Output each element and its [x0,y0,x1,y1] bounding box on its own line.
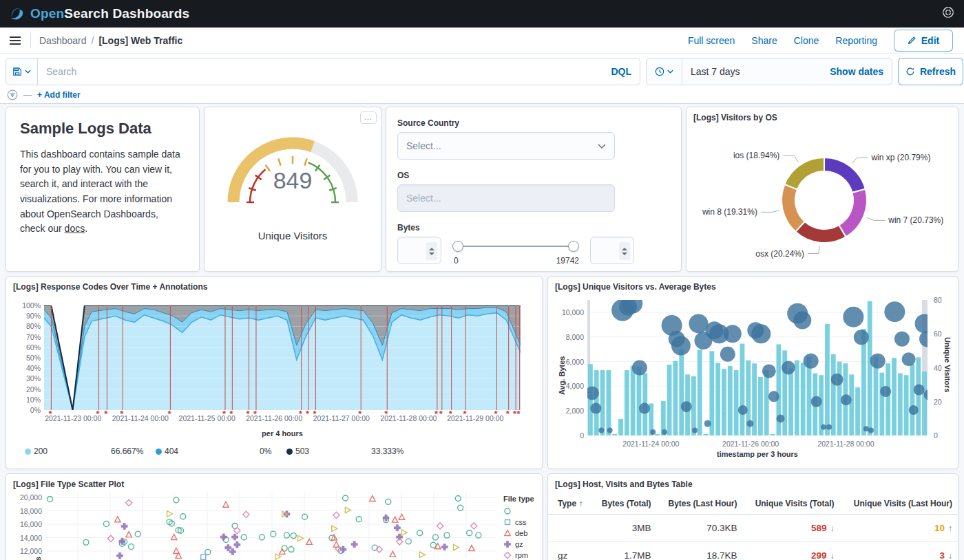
response-codes-plot[interactable] [44,305,521,410]
annotation-asterisk: * [229,409,233,419]
column-header-bytes-total-[interactable]: Bytes (Total) [591,492,657,515]
bytes-min-input[interactable] [397,237,441,264]
breadcrumb-dashboard[interactable]: Dashboard [39,35,87,46]
right-tick-label: 40 [934,364,942,372]
number-stepper[interactable] [426,242,437,260]
visitors-vs-bytes-chart[interactable] [587,300,928,435]
annotation-asterisk: * [247,409,250,419]
legend-item[interactable]: css [503,517,534,528]
svg-text:win xp (20.79%): win xp (20.79%) [870,153,930,162]
column-header-type[interactable]: Type ↑ [548,492,591,515]
left-tick-label: 10,000 [555,308,584,316]
column-header-unique-visits-total-[interactable]: Unique Visits (Total) [743,492,840,515]
legend-item[interactable]: deb [503,528,534,539]
left-axis-title: Avg. Bytes [558,356,566,395]
refresh-button[interactable]: Refresh [898,58,963,85]
annotation-asterisk: * [222,409,226,419]
donut-slice-ios[interactable] [784,158,824,189]
column-header-bytes-last-hour-[interactable]: Bytes (Last Hour) [657,492,743,515]
panel-options-button[interactable]: ... [360,111,377,124]
file-type-scatter-chart[interactable] [45,492,496,560]
divider [30,33,31,48]
svg-text:ios (18.94%): ios (18.94%) [733,151,779,160]
slider-max-value: 19742 [556,256,579,266]
opensearch-logo[interactable]: OpenSearch Dashboards [10,6,189,21]
y-tick-label: 30% [12,374,41,383]
annotation-asterisk: * [299,409,302,419]
annotation-asterisk: * [463,409,466,419]
y-axis-title: Sum of bytes [34,557,42,560]
breadcrumb-current: [Logs] Web Traffic [98,35,182,46]
y-tick-label: 80% [12,322,41,330]
data-table: Type ↑Bytes (Total)Bytes (Last Hour)Uniq… [548,492,958,560]
left-tick-label: 8,000 [555,333,584,341]
docs-link[interactable]: docs [65,223,85,234]
slider-handle-min[interactable] [452,241,463,252]
source-country-select[interactable]: Select... [397,132,615,160]
panel-title: [Logs] Host, Visits and Bytes Table [548,474,958,489]
clone-link[interactable]: Clone [794,35,819,46]
clock-icon [655,67,664,76]
panel-sample-logs-data: Sample Logs Data This dashboard contains… [6,107,200,272]
panel-input-controls: Source Country Select... OS Select... By… [386,107,682,272]
help-icon[interactable] [942,6,954,19]
menu-icon[interactable] [7,32,23,49]
saved-queries-button[interactable] [6,58,38,85]
search-box: DQL [6,58,640,85]
annotation-asterisk: * [313,409,316,419]
slider-handle-max[interactable] [568,241,579,252]
x-axis-title: timestamp per 3 hours [587,450,928,458]
time-range-value[interactable]: Last 7 days [682,66,748,77]
y-tick-label: 12,000 [12,547,42,555]
bytes-range-slider: 0 19742 [452,237,579,264]
legend-dot [25,449,31,455]
save-icon [12,67,22,76]
show-dates-button[interactable]: Show dates [821,66,892,77]
markdown-body: This dashboard contains sample data for … [20,147,185,237]
legend-item[interactable] [503,506,534,517]
annotation-asterisk: * [494,409,497,419]
annotation-asterisk: * [506,409,510,419]
legend-dot [156,449,162,455]
donut-slice-osx[interactable] [795,222,846,243]
bytes-max-input[interactable] [590,237,634,264]
reporting-link[interactable]: Reporting [835,35,877,46]
panel-unique-visitors-gauge: ... 849 Unique Visitors [204,107,381,272]
legend-value: 0% [260,446,271,456]
panel-file-type-scatter: [Logs] File Type Scatter Plot 12,00014,0… [6,473,543,560]
donut-slice-win-xp[interactable] [824,158,866,193]
annotation-asterisk: * [120,409,123,419]
time-quick-select-button[interactable] [647,58,682,85]
legend-label[interactable]: 503 [295,446,309,456]
right-axis-title: Unique Visitors [943,337,952,392]
gauge-chart[interactable]: 849 [210,117,375,215]
annotation-asterisk: * [48,409,52,419]
annotation-asterisk: * [513,409,516,419]
search-input[interactable] [38,66,602,77]
filter-icon[interactable] [7,89,18,100]
legend-label[interactable]: 200 [34,446,48,456]
dql-button[interactable]: DQL [602,66,640,77]
y-tick-label: 18,000 [12,507,42,515]
column-header-unique-visits-last-hour-[interactable]: Unique Visits (Last Hour) [840,492,958,515]
full-screen-link[interactable]: Full screen [688,35,735,46]
legend-label[interactable]: 404 [165,446,178,456]
slider-min-value: 0 [454,256,459,266]
legend-item[interactable]: gz [503,539,534,550]
svg-text:win 7 (20.73%): win 7 (20.73%) [888,215,943,225]
number-stepper[interactable] [619,242,630,260]
table-row[interactable]: gz1.7MB18.7KB299↓3↓ [548,542,958,560]
panel-title: [Logs] Unique Visitors vs. Average Bytes [548,277,958,292]
donut-slice-win-7[interactable] [839,189,867,237]
divider: — [23,90,32,100]
legend-item[interactable]: rpm [503,550,534,560]
pencil-icon [908,36,916,45]
donut-slice-win-8[interactable] [782,184,805,232]
share-link[interactable]: Share [751,35,777,46]
table-row[interactable]: 3MB70.3KB589↓10↑ [548,515,958,542]
edit-button[interactable]: Edit [894,30,953,52]
add-filter-button[interactable]: + Add filter [37,90,81,100]
visitors-by-os-donut-chart[interactable]: win xp (20.79%)win 7 (20.73%)osx (20.24%… [687,122,958,268]
annotation-asterisk: * [517,409,521,419]
x-tick-label: 2021-11-24 00:00 [106,414,175,422]
